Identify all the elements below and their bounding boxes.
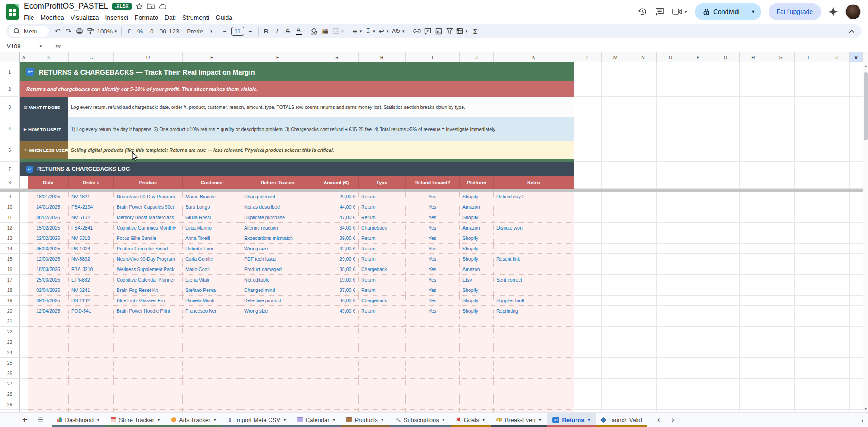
empty-table-cell[interactable] bbox=[69, 379, 114, 389]
table-cell[interactable]: Blue Light Glasses Pro bbox=[114, 296, 183, 306]
empty-table-cell[interactable] bbox=[406, 337, 460, 347]
table-cell[interactable]: Allergic reaction bbox=[241, 223, 314, 233]
empty-table-cell[interactable] bbox=[314, 358, 359, 368]
empty-table-cell[interactable] bbox=[460, 358, 494, 368]
table-cell[interactable]: Yes bbox=[406, 296, 460, 306]
table-cell[interactable]: 49,00 € bbox=[314, 306, 359, 316]
table-cell[interactable]: Changed mind bbox=[241, 285, 314, 296]
empty-table-cell[interactable] bbox=[69, 327, 114, 337]
cell-A[interactable] bbox=[20, 337, 28, 347]
insert-link-button[interactable] bbox=[411, 26, 422, 37]
table-cell[interactable]: NV-5318 bbox=[69, 233, 114, 244]
empty-table-cell[interactable] bbox=[183, 358, 241, 368]
table-cell[interactable]: Sent correct bbox=[494, 275, 574, 285]
tab-menu-caret-icon[interactable]: ▼ bbox=[482, 418, 486, 422]
table-cell[interactable]: 25/03/2025 bbox=[28, 275, 69, 285]
cell-A[interactable] bbox=[20, 358, 28, 368]
table-cell[interactable]: Daniela Monti bbox=[183, 296, 241, 306]
table-cell[interactable]: 19,00 € bbox=[314, 275, 359, 285]
gemini-sparkle-icon[interactable] bbox=[828, 7, 838, 17]
empty-table-cell[interactable] bbox=[359, 368, 406, 379]
table-cell[interactable]: Supplier fault bbox=[494, 296, 574, 306]
empty-cells[interactable] bbox=[574, 244, 863, 254]
table-cell[interactable]: Mario Conti bbox=[183, 264, 241, 275]
table-cell[interactable]: 29,00 € bbox=[314, 254, 359, 264]
table-cell[interactable]: Yes bbox=[406, 285, 460, 296]
empty-table-cell[interactable] bbox=[241, 316, 314, 327]
empty-table-cell[interactable] bbox=[183, 368, 241, 379]
table-cell[interactable]: Shopify bbox=[460, 306, 494, 316]
empty-table-cell[interactable] bbox=[28, 399, 69, 410]
row-header[interactable]: 26 bbox=[0, 368, 20, 379]
cell-A[interactable] bbox=[20, 306, 28, 316]
table-cell[interactable] bbox=[494, 244, 574, 254]
user-avatar[interactable] bbox=[845, 4, 861, 19]
empty-table-cell[interactable] bbox=[494, 337, 574, 347]
empty-table-cell[interactable] bbox=[406, 399, 460, 410]
tab-menu-caret-icon[interactable]: ▼ bbox=[538, 418, 542, 422]
table-cell[interactable]: Chargeback bbox=[359, 223, 406, 233]
empty-table-cell[interactable] bbox=[28, 358, 69, 368]
cell-A[interactable] bbox=[20, 368, 28, 379]
scroll-down-icon[interactable]: ▼ bbox=[863, 406, 868, 412]
column-header-V[interactable]: V bbox=[850, 52, 863, 62]
collapse-toolbar-icon[interactable] bbox=[846, 26, 857, 37]
empty-table-cell[interactable] bbox=[241, 379, 314, 389]
empty-table-cell[interactable] bbox=[494, 399, 574, 410]
table-cell[interactable]: Wrong size bbox=[241, 244, 314, 254]
column-header-F[interactable]: F bbox=[241, 52, 314, 62]
empty-table-cell[interactable] bbox=[241, 368, 314, 379]
empty-table-cell[interactable] bbox=[69, 358, 114, 368]
table-cell[interactable]: Yes bbox=[406, 264, 460, 275]
cell-A[interactable] bbox=[20, 244, 28, 254]
sheet-tab-break-even[interactable]: Break-Even▼ bbox=[491, 413, 547, 427]
table-cell[interactable]: Yes bbox=[406, 212, 460, 223]
empty-table-cell[interactable] bbox=[494, 389, 574, 399]
empty-cells[interactable] bbox=[574, 358, 863, 368]
table-cell[interactable]: Etsy bbox=[460, 275, 494, 285]
grid-corner[interactable] bbox=[0, 52, 20, 62]
empty-table-cell[interactable] bbox=[114, 399, 183, 410]
tabs-scroll-left-icon[interactable]: ‹ bbox=[657, 415, 660, 424]
empty-table-cell[interactable] bbox=[406, 358, 460, 368]
name-box[interactable]: V108 ▼ bbox=[0, 43, 47, 50]
empty-table-cell[interactable] bbox=[69, 368, 114, 379]
empty-cells[interactable] bbox=[574, 275, 863, 285]
menu-inserisci[interactable]: Inserisci bbox=[102, 14, 131, 22]
empty-table-cell[interactable] bbox=[183, 347, 241, 358]
column-header-A[interactable]: A bbox=[20, 52, 28, 62]
empty-cells[interactable] bbox=[574, 212, 863, 223]
cell-A[interactable] bbox=[20, 389, 28, 399]
table-cell[interactable]: Giulia Rossi bbox=[183, 212, 241, 223]
rows-container[interactable]: 1↩RETURNS & CHARGEBACKS — Track Their Re… bbox=[0, 62, 863, 412]
table-cell[interactable]: 36,00 € bbox=[314, 296, 359, 306]
table-cell[interactable]: Brain Fog Reset Kit bbox=[114, 285, 183, 296]
row-header[interactable]: 5 bbox=[0, 141, 20, 159]
table-cell[interactable]: NV-4821 bbox=[69, 192, 114, 202]
table-cell[interactable]: Resent link bbox=[494, 254, 574, 264]
table-header-notes[interactable]: Notes bbox=[494, 176, 574, 189]
row-header[interactable]: 24 bbox=[0, 347, 20, 358]
empty-table-cell[interactable] bbox=[114, 389, 183, 399]
table-cell[interactable] bbox=[494, 233, 574, 244]
table-cell[interactable]: 37,00 € bbox=[314, 285, 359, 296]
sheet-tab-store-tracker[interactable]: Store Tracker▼ bbox=[105, 413, 166, 427]
table-cell[interactable]: Shopify bbox=[460, 285, 494, 296]
menu-dati[interactable]: Dati bbox=[161, 14, 179, 22]
cell-A[interactable] bbox=[20, 176, 28, 189]
table-cell[interactable]: PDF tech issue bbox=[241, 254, 314, 264]
table-cell[interactable]: Return bbox=[359, 192, 406, 202]
menu-modifica[interactable]: Modifica bbox=[38, 14, 67, 22]
table-header-refund-issued-[interactable]: Refund Issued? bbox=[406, 176, 460, 189]
empty-table-cell[interactable] bbox=[494, 347, 574, 358]
sheets-logo-icon[interactable] bbox=[6, 4, 19, 20]
table-cell[interactable]: Not editable bbox=[241, 275, 314, 285]
table-cell[interactable]: 39,00 € bbox=[314, 233, 359, 244]
row-header[interactable]: 10 bbox=[0, 202, 20, 212]
sheet-tab-calendar[interactable]: Calendar▼ bbox=[292, 413, 341, 427]
empty-table-cell[interactable] bbox=[406, 389, 460, 399]
empty-table-cell[interactable] bbox=[241, 347, 314, 358]
menu-file[interactable]: File bbox=[21, 14, 38, 22]
cell-A[interactable] bbox=[20, 254, 28, 264]
star-icon[interactable] bbox=[136, 3, 143, 10]
